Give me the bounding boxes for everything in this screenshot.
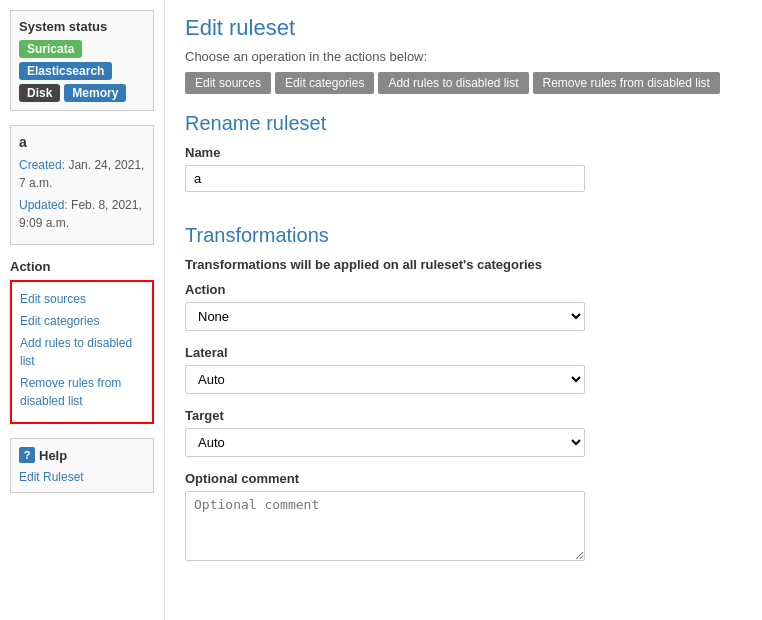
- transformations-section-title: Transformations: [185, 224, 742, 247]
- sidebar-add-rules[interactable]: Add rules to disabled list: [20, 334, 144, 370]
- main-content: Edit ruleset Choose an operation in the …: [165, 0, 762, 620]
- target-field-label: Target: [185, 408, 742, 423]
- name-field-label: Name: [185, 145, 742, 160]
- help-title-text: Help: [39, 448, 67, 463]
- lateral-select[interactable]: Auto Yes No: [185, 365, 585, 394]
- name-input[interactable]: [185, 165, 585, 192]
- sidebar-action-title: Action: [10, 259, 154, 274]
- help-title: ? Help: [19, 447, 145, 463]
- sidebar: System status Suricata Elasticsearch Dis…: [0, 0, 165, 620]
- optional-comment-input[interactable]: [185, 491, 585, 561]
- disk-badge: Disk: [19, 84, 60, 102]
- updated-label: Updated:: [19, 198, 68, 212]
- edit-categories-button[interactable]: Edit categories: [275, 72, 374, 94]
- sidebar-edit-sources[interactable]: Edit sources: [20, 290, 144, 308]
- system-status-section: System status Suricata Elasticsearch Dis…: [10, 10, 154, 111]
- transforms-note: Transformations will be applied on all r…: [185, 257, 742, 272]
- add-rules-button[interactable]: Add rules to disabled list: [378, 72, 528, 94]
- page-title: Edit ruleset: [185, 15, 742, 41]
- sidebar-edit-categories[interactable]: Edit categories: [20, 312, 144, 330]
- rename-section-title: Rename ruleset: [185, 112, 742, 135]
- sidebar-remove-rules[interactable]: Remove rules from disabled list: [20, 374, 144, 410]
- sidebar-action-list: Edit sources Edit categories Add rules t…: [10, 280, 154, 424]
- lateral-field-label: Lateral: [185, 345, 742, 360]
- edit-sources-button[interactable]: Edit sources: [185, 72, 271, 94]
- action-select[interactable]: None Drop Reject Filestore: [185, 302, 585, 331]
- created-label: Created:: [19, 158, 65, 172]
- instruction-text: Choose an operation in the actions below…: [185, 49, 742, 64]
- optional-comment-label: Optional comment: [185, 471, 742, 486]
- ruleset-updated: Updated: Feb. 8, 2021, 9:09 a.m.: [19, 196, 145, 232]
- ruleset-info-section: a Created: Jan. 24, 2021, 7 a.m. Updated…: [10, 125, 154, 245]
- elasticsearch-badge: Elasticsearch: [19, 62, 112, 80]
- edit-ruleset-help-link[interactable]: Edit Ruleset: [19, 470, 84, 484]
- target-select[interactable]: Auto Source Destination: [185, 428, 585, 457]
- sidebar-action-section: Action Edit sources Edit categories Add …: [10, 259, 154, 424]
- ruleset-created: Created: Jan. 24, 2021, 7 a.m.: [19, 156, 145, 192]
- ruleset-name: a: [19, 134, 145, 150]
- action-buttons-group: Edit sources Edit categories Add rules t…: [185, 72, 742, 94]
- help-icon: ?: [19, 447, 35, 463]
- remove-rules-button[interactable]: Remove rules from disabled list: [533, 72, 720, 94]
- system-status-title: System status: [19, 19, 145, 34]
- action-field-label: Action: [185, 282, 742, 297]
- suricata-badge: Suricata: [19, 40, 82, 58]
- memory-badge: Memory: [64, 84, 126, 102]
- help-section: ? Help Edit Ruleset: [10, 438, 154, 493]
- status-badges: Suricata Elasticsearch Disk Memory: [19, 40, 145, 102]
